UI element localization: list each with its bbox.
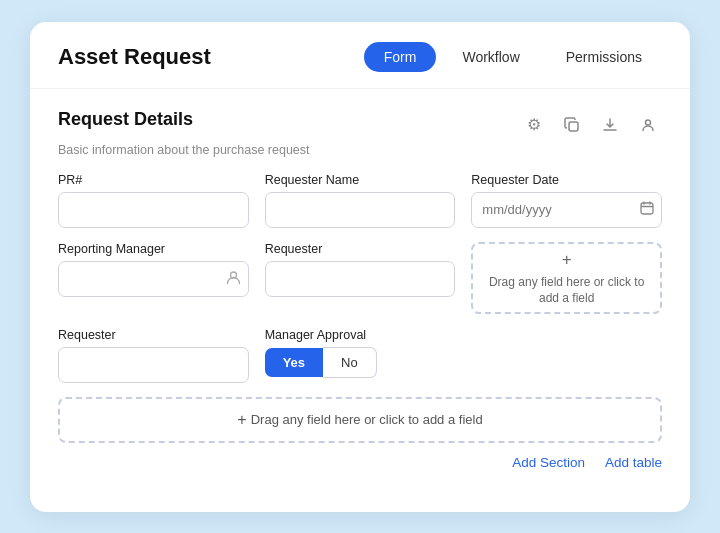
input-requester-date[interactable] [471, 192, 662, 228]
page-title: Asset Request [58, 44, 211, 70]
person-icon [640, 117, 656, 133]
date-input-wrap [471, 192, 662, 228]
field-manager-approval: Manager Approval Yes No [265, 328, 456, 383]
label-requester-2: Requester [265, 242, 456, 256]
tabs: Form Workflow Permissions [364, 42, 662, 72]
section-header: Request Details ⚙ [58, 109, 662, 139]
download-button[interactable] [596, 111, 624, 139]
tab-permissions[interactable]: Permissions [546, 42, 662, 72]
form-row-3: Requester Manager Approval Yes No [58, 328, 662, 383]
add-section-link[interactable]: Add Section [512, 455, 585, 470]
footer-links: Add Section Add table [58, 455, 662, 474]
inline-drop-zone-text: Drag any field here or click to add a fi… [481, 274, 652, 308]
bottom-drop-zone[interactable]: + Drag any field here or click to add a … [58, 397, 662, 443]
section-title: Request Details [58, 109, 193, 130]
add-table-link[interactable]: Add table [605, 455, 662, 470]
plus-icon-bottom: + [237, 411, 246, 429]
copy-icon [564, 117, 580, 133]
input-pr-number[interactable] [58, 192, 249, 228]
content-area: Request Details ⚙ [30, 89, 690, 490]
yes-button[interactable]: Yes [265, 348, 323, 377]
header: Asset Request Form Workflow Permissions [30, 22, 690, 89]
svg-rect-0 [569, 122, 578, 131]
inline-drop-zone[interactable]: + Drag any field here or click to add a … [471, 242, 662, 314]
settings-button[interactable]: ⚙ [520, 111, 548, 139]
label-requester-3: Requester [58, 328, 249, 342]
form-row-1: PR# Requester Name Requester Date [58, 173, 662, 228]
label-requester-name: Requester Name [265, 173, 456, 187]
reporting-manager-wrap [58, 261, 249, 297]
label-reporting-manager: Reporting Manager [58, 242, 249, 256]
tab-form[interactable]: Form [364, 42, 437, 72]
no-button[interactable]: No [323, 347, 377, 378]
field-requester-name: Requester Name [265, 173, 456, 228]
copy-button[interactable] [558, 111, 586, 139]
tab-workflow[interactable]: Workflow [442, 42, 539, 72]
svg-point-1 [646, 120, 651, 125]
section-description: Basic information about the purchase req… [58, 143, 662, 157]
label-manager-approval: Manager Approval [265, 328, 456, 342]
input-requester-3[interactable] [58, 347, 249, 383]
yes-no-toggle: Yes No [265, 347, 456, 378]
field-requester-2: Requester [265, 242, 456, 314]
input-requester-name[interactable] [265, 192, 456, 228]
section-toolbar: ⚙ [520, 109, 662, 139]
field-pr-number: PR# [58, 173, 249, 228]
field-requester-3: Requester [58, 328, 249, 383]
input-requester-2[interactable] [265, 261, 456, 297]
section-title-group: Request Details [58, 109, 193, 130]
field-requester-date: Requester Date [471, 173, 662, 228]
field-dropzone-inline[interactable]: + Drag any field here or click to add a … [471, 242, 662, 314]
label-requester-date: Requester Date [471, 173, 662, 187]
download-icon [602, 117, 618, 133]
extra-button[interactable] [634, 111, 662, 139]
label-pr-number: PR# [58, 173, 249, 187]
form-row-2: Reporting Manager Requester + [58, 242, 662, 314]
gear-icon: ⚙ [527, 115, 541, 134]
plus-icon-inline: + [562, 248, 572, 272]
main-card: Asset Request Form Workflow Permissions … [30, 22, 690, 512]
field-reporting-manager: Reporting Manager [58, 242, 249, 314]
bottom-drop-zone-text: Drag any field here or click to add a fi… [251, 412, 483, 427]
input-reporting-manager[interactable] [58, 261, 249, 297]
